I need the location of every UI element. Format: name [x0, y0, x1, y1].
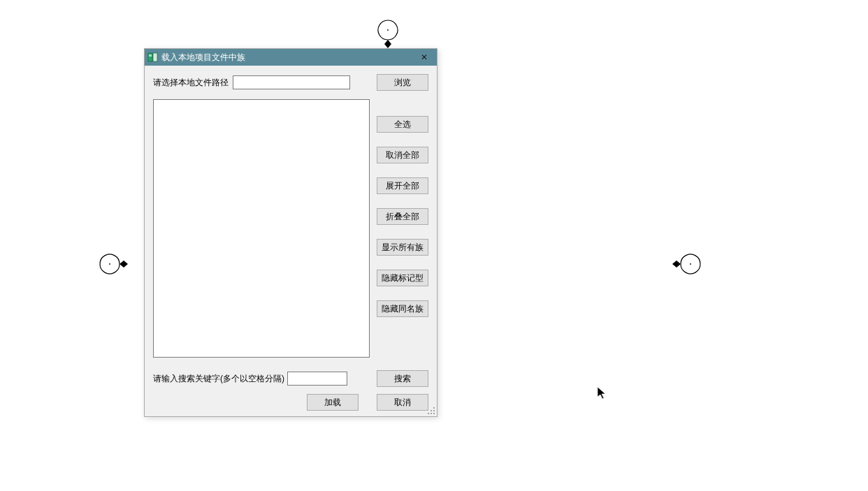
search-button[interactable]: 搜索 — [377, 370, 428, 387]
svg-point-8 — [433, 413, 435, 414]
side-button-column: 全选 取消全部 展开全部 折叠全部 显示所有族 隐藏标记型 隐藏同名族 — [377, 99, 428, 358]
svg-point-6 — [428, 413, 429, 414]
svg-point-4 — [431, 410, 432, 411]
app-icon — [147, 52, 159, 63]
svg-point-7 — [431, 413, 432, 414]
callout-marker-top — [376, 18, 400, 49]
svg-point-3 — [433, 407, 435, 409]
svg-rect-0 — [148, 53, 152, 61]
mouse-cursor-icon — [597, 386, 608, 400]
svg-point-11 — [690, 263, 691, 265]
svg-rect-1 — [153, 53, 157, 61]
select-all-button[interactable]: 全选 — [377, 116, 428, 133]
titlebar[interactable]: 载入本地项目文件中族 ✕ — [145, 49, 437, 66]
deselect-all-button[interactable]: 取消全部 — [377, 147, 428, 163]
expand-all-button[interactable]: 展开全部 — [377, 177, 428, 194]
close-button[interactable]: ✕ — [412, 49, 437, 66]
svg-point-10 — [109, 263, 110, 265]
dialog-body: 请选择本地文件路径 浏览 全选 取消全部 展开全部 折叠全部 显示所有族 隐藏标… — [145, 66, 437, 416]
family-list[interactable] — [153, 99, 370, 358]
row-search: 请输入搜索关键字(多个以空格分隔) 搜索 — [153, 370, 428, 387]
cancel-button[interactable]: 取消 — [377, 394, 428, 411]
dialog-load-local-families: 载入本地项目文件中族 ✕ 请选择本地文件路径 浏览 全选 取消全部 展开全部 折… — [144, 48, 437, 417]
content-area: 全选 取消全部 展开全部 折叠全部 显示所有族 隐藏标记型 隐藏同名族 — [153, 99, 428, 358]
hide-same-name-families-button[interactable]: 隐藏同名族 — [377, 300, 428, 317]
svg-rect-2 — [149, 54, 152, 57]
search-input[interactable] — [287, 372, 347, 386]
search-label: 请输入搜索关键字(多个以空格分隔) — [153, 373, 284, 385]
svg-point-5 — [433, 410, 435, 411]
browse-button[interactable]: 浏览 — [377, 74, 428, 91]
row-bottom: 加载 取消 — [153, 394, 428, 411]
svg-point-9 — [387, 29, 389, 31]
titlebar-title: 载入本地项目文件中族 — [161, 52, 245, 64]
hide-marker-types-button[interactable]: 隐藏标记型 — [377, 270, 428, 286]
path-input[interactable] — [233, 75, 350, 89]
resize-grip[interactable] — [427, 406, 435, 415]
callout-marker-right — [675, 249, 699, 279]
close-icon: ✕ — [421, 52, 428, 62]
path-label: 请选择本地文件路径 — [153, 77, 229, 89]
callout-marker-left — [101, 249, 125, 279]
collapse-all-button[interactable]: 折叠全部 — [377, 208, 428, 225]
row-path: 请选择本地文件路径 浏览 — [153, 74, 428, 91]
load-button[interactable]: 加载 — [307, 394, 359, 411]
show-all-families-button[interactable]: 显示所有族 — [377, 239, 428, 256]
